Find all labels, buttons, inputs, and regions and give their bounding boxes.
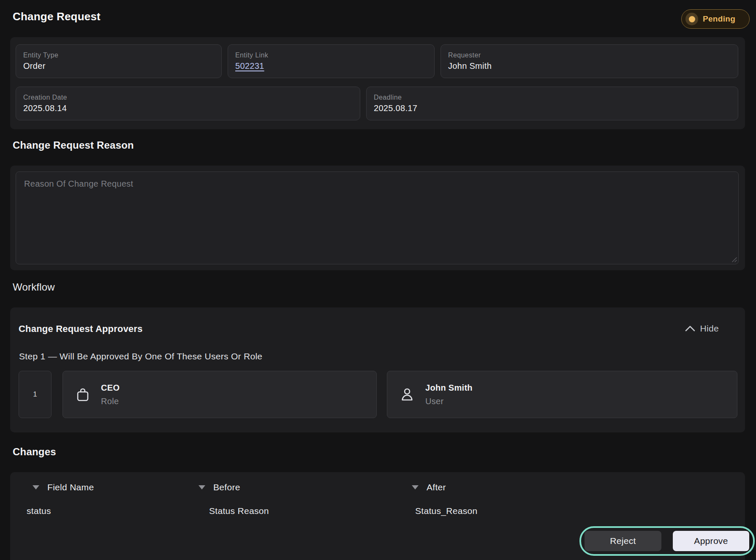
change-request-page: Change Request Pending Entity Type Order… [0,0,756,560]
deadline-field: Deadline 2025.08.17 [366,87,738,120]
approver-type: Role [101,397,120,406]
column-header-before[interactable]: Before [199,482,240,492]
changes-section-title: Changes [13,446,56,458]
sort-triangle-icon [412,485,419,489]
approver-card-user: John Smith User [387,371,737,418]
request-info-panel: Entity Type Order Entity Link 502231 Req… [10,37,745,129]
hide-button-label: Hide [700,323,719,334]
table-cell-before: Status Reason [209,506,269,516]
entity-link[interactable]: 502231 [235,61,264,71]
reject-button[interactable]: Reject [585,531,661,551]
requester-value: John Smith [448,61,731,71]
column-header-after[interactable]: After [412,482,446,492]
workflow-section-title: Workflow [13,281,55,293]
table-cell-field-name: status [27,506,51,516]
approver-name: John Smith [425,383,473,393]
status-dot-icon [685,13,698,25]
briefcase-icon [75,386,91,402]
step-number-box: 1 [19,371,52,418]
creation-date-label: Creation Date [23,94,353,101]
deadline-label: Deadline [374,94,731,101]
requester-field: Requester John Smith [441,44,738,78]
entity-type-field: Entity Type Order [16,44,222,78]
approvers-title: Change Request Approvers [19,323,143,334]
sort-triangle-icon [33,485,39,489]
approver-card-role: CEO Role [63,371,377,418]
status-badge: Pending [681,9,750,29]
column-header-label: After [427,482,446,492]
reason-textarea[interactable] [16,171,739,264]
chevron-up-icon [685,326,695,332]
approver-row: 1 CEO Role John Smith U [19,371,737,418]
page-title: Change Request [13,10,101,23]
step-description: Step 1 — Will Be Approved By One Of Thes… [19,351,262,362]
sort-triangle-icon [199,485,205,489]
entity-link-label: Entity Link [235,52,427,59]
actions-highlight-outline: Reject Approve [579,526,755,556]
column-header-label: Field Name [47,482,94,492]
hide-approvers-button[interactable]: Hide [685,323,719,334]
reason-panel [10,166,745,270]
creation-date-field: Creation Date 2025.08.14 [16,87,360,120]
info-row-1: Entity Type Order Entity Link 502231 Req… [16,44,738,78]
table-cell-after: Status_Reason [415,506,478,516]
approver-name: CEO [101,383,120,393]
approve-button[interactable]: Approve [673,531,749,551]
user-icon [399,386,415,402]
column-header-field-name[interactable]: Field Name [33,482,94,492]
entity-link-field: Entity Link 502231 [228,44,435,78]
approver-type: User [425,397,473,406]
entity-type-label: Entity Type [23,52,214,59]
deadline-value: 2025.08.17 [374,103,731,113]
entity-type-value: Order [23,61,214,71]
status-badge-label: Pending [703,14,735,24]
workflow-panel: Change Request Approvers Hide Step 1 — W… [10,307,745,432]
column-header-label: Before [213,482,240,492]
info-row-2: Creation Date 2025.08.14 Deadline 2025.0… [16,87,738,120]
reason-section-title: Change Request Reason [13,139,134,151]
step-number: 1 [33,390,37,399]
requester-label: Requester [448,52,731,59]
creation-date-value: 2025.08.14 [23,103,353,113]
